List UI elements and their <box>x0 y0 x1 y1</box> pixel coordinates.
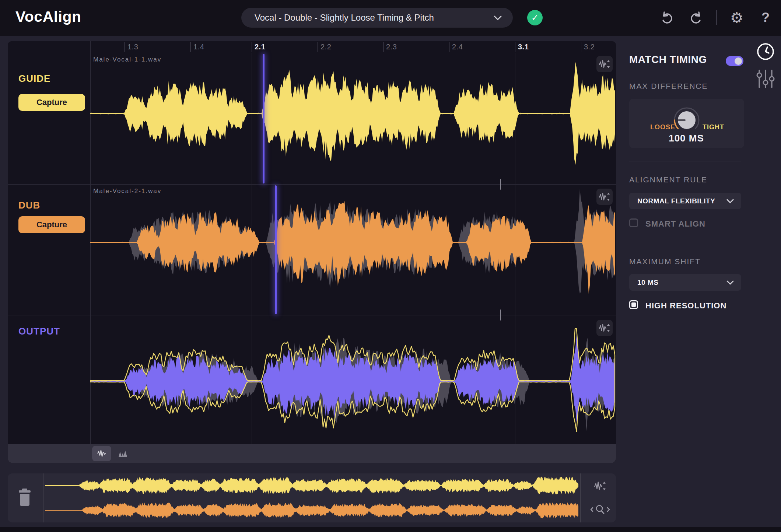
settings-button[interactable]: ⚙ <box>727 8 746 27</box>
ruler-tick <box>190 42 191 52</box>
guide-zoom-button[interactable] <box>596 56 613 72</box>
overview-vzoom-button[interactable] <box>590 478 610 494</box>
app-logo: VocAlign <box>15 8 81 25</box>
waveform-icon <box>97 449 106 458</box>
ruler-tick <box>125 42 125 52</box>
help-icon: ? <box>761 11 770 24</box>
toggle-knob <box>735 57 742 65</box>
ruler-tick <box>383 42 384 52</box>
ruler-tick-label: 3.1 <box>518 43 529 51</box>
undo-icon <box>659 10 674 25</box>
ruler-tick-label: 2.1 <box>255 43 265 51</box>
dub-waveform[interactable] <box>90 185 616 314</box>
chevron-down-icon <box>726 199 734 203</box>
maximum-shift-label: MAXIMUM SHIFT <box>629 257 701 266</box>
preset-dropdown[interactable]: Vocal - Double - Slightly Loose Timing &… <box>241 8 513 28</box>
overview-divider <box>580 473 581 522</box>
clear-capture-button[interactable] <box>15 488 34 507</box>
output-waveform[interactable] <box>90 316 616 443</box>
dub-track-label: DUB <box>18 200 40 211</box>
ruler-tick-label: 3.2 <box>584 43 595 51</box>
ruler-tick-label: 2.4 <box>452 43 463 51</box>
maximum-shift-dropdown[interactable]: 10 MS <box>629 274 741 291</box>
ruler-tick <box>515 42 515 52</box>
waveform-vzoom-icon <box>599 323 610 333</box>
help-button[interactable]: ? <box>756 8 775 27</box>
pitch-settings-tab[interactable] <box>756 69 775 89</box>
max-difference-label: MAX DIFFERENCE <box>629 82 708 91</box>
chevron-down-icon <box>726 280 734 285</box>
waveform-vzoom-icon <box>599 59 610 69</box>
section-divider <box>629 161 741 161</box>
trash-icon <box>17 488 33 507</box>
song-overview-panel <box>8 473 616 522</box>
ruler-tick-label: 2.3 <box>386 43 397 51</box>
preset-status-badge: ✓ <box>527 10 543 25</box>
overview-hzoom-button[interactable] <box>588 501 612 518</box>
check-icon: ✓ <box>531 13 539 23</box>
redo-button[interactable] <box>687 8 706 27</box>
max-difference-knob-panel: LOOSE TIGHT 100 MS <box>629 99 744 148</box>
knob-value: 100 MS <box>655 133 717 144</box>
timeline-ruler[interactable]: 1.31.42.12.22.32.43.13.2 <box>8 41 616 53</box>
histogram-icon <box>118 450 128 457</box>
tracks-panel: 1.31.42.12.22.32.43.13.2 GUIDE Capture M… <box>8 41 616 463</box>
dub-zoom-button[interactable] <box>596 189 613 205</box>
waveform-view-button[interactable] <box>92 446 111 461</box>
vocalign-window: VocAlign Vocal - Double - Slightly Loose… <box>0 0 781 532</box>
ruler-tick-label: 1.4 <box>193 43 204 51</box>
guide-waveform[interactable] <box>90 54 616 184</box>
dub-output-divider <box>8 315 616 315</box>
sync-marker[interactable] <box>275 185 277 314</box>
gear-icon: ⚙ <box>730 10 743 25</box>
checkbox-fill <box>631 302 636 307</box>
blocks-view-button[interactable] <box>116 447 130 460</box>
waveform-vzoom-icon <box>599 192 610 202</box>
knob-min-label: LOOSE <box>650 123 675 131</box>
ruler-tick <box>581 42 581 52</box>
smart-align-label: SMART ALIGN <box>645 219 705 229</box>
ruler-tick-label: 1.3 <box>127 43 138 51</box>
waveform-vzoom-icon <box>594 480 606 491</box>
knob-max-label: TIGHT <box>703 123 724 131</box>
ruler-tick <box>449 42 449 52</box>
view-mode-toolbar <box>8 444 616 463</box>
ruler-tick <box>318 42 318 52</box>
chevron-down-icon <box>494 15 502 20</box>
guide-track-label: GUIDE <box>18 73 50 84</box>
undo-button[interactable] <box>657 8 676 27</box>
dub-capture-button[interactable]: Capture <box>18 216 85 233</box>
high-resolution-checkbox[interactable] <box>629 300 638 309</box>
overview-dub-waveform[interactable] <box>45 499 578 521</box>
maximum-shift-value: 10 MS <box>637 279 658 287</box>
smart-align-checkbox[interactable] <box>629 218 638 227</box>
timing-tab[interactable] <box>755 41 776 62</box>
section-divider <box>629 243 741 243</box>
window-bottom-edge <box>0 527 781 532</box>
alignment-rule-label: ALIGNMENT RULE <box>629 175 707 184</box>
sliders-icon <box>756 69 775 89</box>
guide-capture-button[interactable]: Capture <box>18 94 85 111</box>
ruler-tick-label: 2.2 <box>321 43 331 51</box>
top-bar: VocAlign Vocal - Double - Slightly Loose… <box>0 0 781 36</box>
ruler-tick <box>252 42 252 52</box>
toolbar-divider <box>716 10 717 25</box>
overview-mid-divider <box>43 498 580 498</box>
output-zoom-button[interactable] <box>596 320 613 336</box>
clock-icon <box>756 42 775 61</box>
preset-label: Vocal - Double - Slightly Loose Timing &… <box>255 13 434 23</box>
high-resolution-label: HIGH RESOLUTION <box>645 301 726 311</box>
overview-guide-waveform[interactable] <box>45 474 578 496</box>
zoom-horizontal-icon <box>590 504 610 515</box>
sync-marker[interactable] <box>263 54 265 183</box>
alignment-rule-value: NORMAL FLEXIBILITY <box>637 197 715 205</box>
alignment-rule-dropdown[interactable]: NORMAL FLEXIBILITY <box>629 193 741 209</box>
redo-icon <box>689 10 704 25</box>
guide-dub-divider <box>8 184 616 185</box>
match-timing-title: MATCH TIMING <box>629 54 707 66</box>
match-timing-toggle[interactable] <box>726 56 743 66</box>
output-track-label: OUTPUT <box>18 326 60 337</box>
